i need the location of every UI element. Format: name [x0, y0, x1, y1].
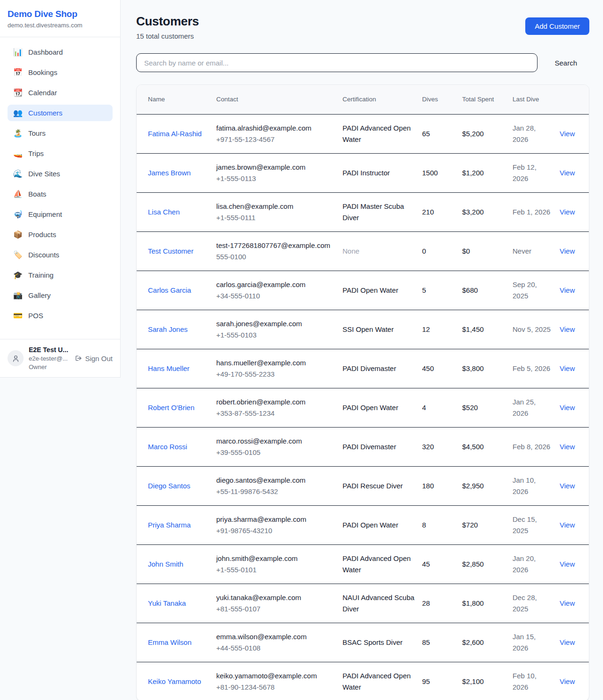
sidebar-item-dive-sites[interactable]: 🌊 Dive Sites: [8, 165, 113, 182]
customer-name-link[interactable]: Yuki Tanaka: [148, 599, 186, 607]
user-area: E2E Test U... e2e-tester@... Owner Sign …: [0, 339, 120, 377]
table-row: John Smith john.smith@example.com +1-555…: [137, 544, 589, 584]
view-link[interactable]: View: [560, 677, 575, 685]
view-link[interactable]: View: [560, 443, 575, 451]
customer-email: sarah.jones@example.com: [216, 318, 336, 329]
customer-phone: +1-555-0113: [216, 173, 336, 184]
customer-name-link[interactable]: Emma Wilson: [148, 638, 192, 646]
table-row: Hans Mueller hans.mueller@example.com +4…: [137, 349, 589, 388]
dives-count: 95: [422, 676, 456, 687]
last-dive: Jan 28, 2026: [513, 123, 553, 145]
customer-phone: +81-555-0107: [216, 603, 336, 615]
add-customer-button[interactable]: Add Customer: [525, 17, 589, 35]
view-link[interactable]: View: [560, 130, 575, 138]
table-row: James Brown james.brown@example.com +1-5…: [137, 153, 589, 192]
sidebar-item-calendar[interactable]: 📆 Calendar: [8, 84, 113, 101]
customer-name-link[interactable]: Diego Santos: [148, 482, 190, 490]
dashboard-icon: 📊: [13, 48, 22, 57]
boats-icon: ⛵: [13, 189, 22, 198]
customer-phone: +971-55-123-4567: [216, 134, 336, 145]
page-subtitle: 15 total customers: [136, 32, 199, 40]
search-input[interactable]: [136, 53, 538, 72]
dives-count: 65: [422, 128, 456, 140]
sidebar-item-label: Trips: [28, 149, 44, 157]
sidebar-item-bookings[interactable]: 📅 Bookings: [8, 64, 113, 81]
sidebar-item-tours[interactable]: 🏝️ Tours: [8, 125, 113, 141]
customer-phone: +34-555-0110: [216, 290, 336, 302]
col-header-actions: [560, 85, 589, 114]
customer-email: fatima.alrashid@example.com: [216, 123, 336, 134]
col-header-total-spent: Total Spent: [462, 85, 513, 114]
sidebar-item-pos[interactable]: 💳 POS: [8, 307, 113, 324]
customer-email: robert.obrien@example.com: [216, 396, 336, 408]
customer-email: john.smith@example.com: [216, 553, 336, 564]
col-header-name: Name: [137, 85, 216, 114]
view-link[interactable]: View: [560, 599, 575, 607]
table-row: Carlos Garcia carlos.garcia@example.com …: [137, 271, 589, 310]
view-link[interactable]: View: [560, 638, 575, 646]
certification: PADI Instructor: [342, 167, 416, 179]
sidebar-item-gallery[interactable]: 📸 Gallery: [8, 287, 113, 304]
main-content: Customers 15 total customers Add Custome…: [121, 0, 603, 700]
customer-name-link[interactable]: Hans Mueller: [148, 364, 189, 372]
customer-name-link[interactable]: Lisa Chen: [148, 208, 180, 216]
customer-name-link[interactable]: Carlos Garcia: [148, 286, 191, 294]
view-link[interactable]: View: [560, 325, 575, 333]
last-dive: Jan 20, 2026: [513, 553, 553, 576]
view-link[interactable]: View: [560, 169, 575, 177]
shop-header: Demo Dive Shop demo.test.divestreams.com: [0, 0, 120, 37]
search-button[interactable]: Search: [538, 59, 589, 67]
table-row: Diego Santos diego.santos@example.com +5…: [137, 466, 589, 505]
gallery-icon: 📸: [13, 291, 22, 300]
dives-count: 180: [422, 480, 456, 492]
total-spent: $2,850: [462, 559, 506, 570]
customer-name-link[interactable]: Robert O'Brien: [148, 404, 195, 412]
view-link[interactable]: View: [560, 521, 575, 529]
view-link[interactable]: View: [560, 247, 575, 255]
last-dive: Feb 12, 2026: [513, 162, 553, 184]
sidebar-item-label: Calendar: [28, 89, 57, 97]
sidebar-item-equipment[interactable]: 🤿 Equipment: [8, 206, 113, 222]
sign-out-button[interactable]: Sign Out: [74, 354, 113, 362]
sidebar-item-discounts[interactable]: 🏷️ Discounts: [8, 247, 113, 263]
certification: SSI Open Water: [342, 324, 416, 335]
customer-phone: +1-555-0101: [216, 564, 336, 576]
sidebar-item-dashboard[interactable]: 📊 Dashboard: [8, 44, 113, 60]
table-header-row: Name Contact Certification Dives Total S…: [137, 85, 589, 114]
view-link[interactable]: View: [560, 364, 575, 372]
view-link[interactable]: View: [560, 404, 575, 412]
customer-name-link[interactable]: John Smith: [148, 560, 183, 568]
customer-name-link[interactable]: Priya Sharma: [148, 521, 191, 529]
sign-out-icon: [74, 354, 82, 362]
page-header: Customers 15 total customers Add Custome…: [136, 14, 589, 40]
last-dive: Sep 20, 2025: [513, 279, 553, 302]
customer-name-link[interactable]: Fatima Al-Rashid: [148, 130, 202, 138]
view-link[interactable]: View: [560, 482, 575, 490]
view-link[interactable]: View: [560, 208, 575, 216]
sidebar-item-products[interactable]: 📦 Products: [8, 226, 113, 243]
sidebar-item-customers[interactable]: 👥 Customers: [8, 105, 113, 121]
last-dive: Feb 8, 2026: [513, 441, 553, 453]
sidebar-item-trips[interactable]: 🚤 Trips: [8, 145, 113, 162]
customer-name-link[interactable]: Test Customer: [148, 247, 194, 255]
dives-count: 28: [422, 598, 456, 609]
dive-sites-icon: 🌊: [13, 169, 22, 178]
dives-count: 5: [422, 285, 456, 296]
customer-name-link[interactable]: Sarah Jones: [148, 325, 187, 333]
customer-name-link[interactable]: Marco Rossi: [148, 443, 187, 451]
customer-name-link[interactable]: James Brown: [148, 169, 191, 177]
certification: PADI Open Water: [342, 402, 416, 413]
certification: PADI Advanced Open Water: [342, 553, 416, 576]
customer-name-link[interactable]: Keiko Yamamoto: [148, 677, 201, 685]
trips-icon: 🚤: [13, 149, 22, 158]
customers-table: Name Contact Certification Dives Total S…: [137, 85, 589, 700]
sidebar-item-boats[interactable]: ⛵ Boats: [8, 186, 113, 202]
customers-table-card: Name Contact Certification Dives Total S…: [136, 84, 589, 700]
products-icon: 📦: [13, 230, 22, 239]
sidebar-item-training[interactable]: 🎓 Training: [8, 267, 113, 283]
view-link[interactable]: View: [560, 560, 575, 568]
sidebar-nav: 📊 Dashboard 📅 Bookings 📆 Calendar 👥 Cust…: [0, 37, 120, 339]
total-spent: $0: [462, 246, 506, 257]
table-row: Yuki Tanaka yuki.tanaka@example.com +81-…: [137, 584, 589, 623]
view-link[interactable]: View: [560, 286, 575, 294]
